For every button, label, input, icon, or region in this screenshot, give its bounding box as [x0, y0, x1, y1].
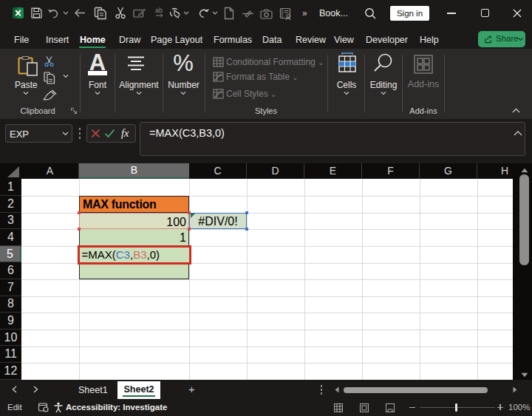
svg-text:ab: ab	[155, 7, 163, 14]
